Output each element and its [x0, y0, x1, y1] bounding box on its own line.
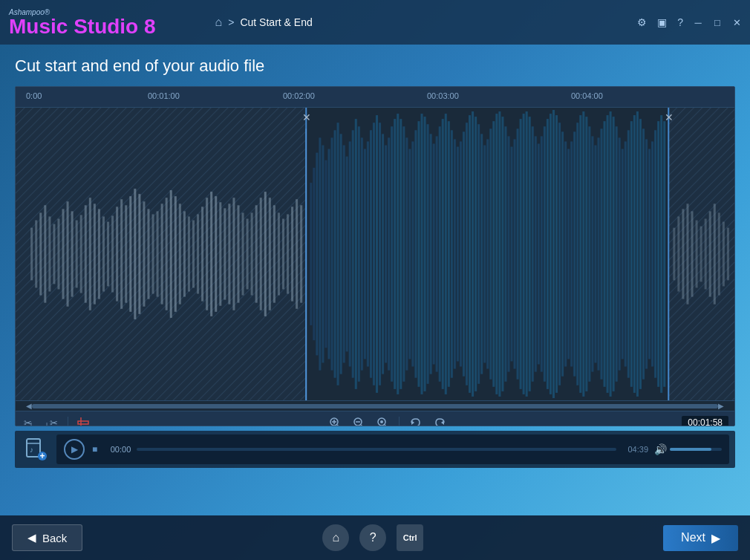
home-icon[interactable]: ⌂ [215, 16, 223, 29]
waveform-svg: ✕ ✕ [16, 108, 734, 400]
help-icon[interactable]: ? [674, 15, 686, 30]
svg-rect-61 [282, 219, 284, 290]
svg-text:♪: ♪ [30, 446, 33, 454]
svg-rect-143 [541, 136, 543, 371]
svg-rect-167 [613, 117, 615, 391]
stop-button[interactable]: ■ [91, 444, 99, 455]
page-title: Cut start and end of your audio file [15, 56, 735, 76]
help-button[interactable]: ? [359, 524, 386, 551]
svg-rect-65 [300, 205, 302, 302]
monitor-icon[interactable]: ▣ [654, 15, 670, 30]
svg-rect-151 [564, 141, 567, 366]
svg-rect-179 [648, 149, 650, 359]
waveform-toolbar: ✂ | | ✂ [16, 411, 734, 426]
volume-icon[interactable]: 🔊 [654, 443, 667, 455]
svg-rect-50 [232, 198, 235, 310]
svg-rect-158 [585, 117, 587, 391]
svg-rect-97 [402, 126, 405, 381]
svg-rect-168 [616, 126, 618, 381]
svg-rect-121 [475, 117, 477, 391]
home-button[interactable]: ⌂ [322, 524, 349, 551]
svg-rect-115 [457, 147, 459, 362]
zoom-fit-button[interactable] [374, 414, 391, 426]
svg-marker-219 [411, 420, 414, 425]
time-display: 00:01:58 [682, 416, 728, 426]
svg-rect-105 [427, 124, 429, 384]
svg-rect-73 [331, 137, 333, 370]
svg-rect-18 [89, 198, 91, 310]
waveform-display[interactable]: ✕ ✕ [16, 108, 734, 400]
svg-rect-188 [686, 204, 688, 304]
ctrl-button[interactable]: Ctrl [397, 524, 423, 551]
svg-rect-102 [417, 121, 420, 387]
play-button[interactable]: ▶ [64, 439, 85, 460]
svg-rect-19 [94, 204, 96, 304]
svg-rect-110 [442, 119, 444, 389]
cut-end-button[interactable]: | ✂ [44, 414, 62, 426]
volume-fill [670, 448, 711, 451]
svg-rect-119 [469, 115, 471, 393]
redo-button[interactable] [431, 414, 449, 426]
svg-rect-170 [622, 149, 624, 359]
svg-rect-140 [532, 126, 534, 381]
svg-rect-146 [550, 114, 552, 394]
svg-rect-149 [558, 123, 561, 385]
zoom-out-button[interactable] [350, 414, 368, 426]
bottom-bar: ◀ Back ⌂ ? Ctrl Next ▶ [0, 515, 750, 560]
svg-text:+: + [40, 451, 45, 461]
cut-start-button[interactable]: ✂ | [22, 414, 39, 426]
svg-rect-160 [591, 136, 593, 371]
svg-rect-114 [454, 139, 456, 368]
svg-rect-144 [544, 126, 546, 381]
svg-rect-181 [654, 130, 656, 377]
settings-icon[interactable]: ⚙ [634, 15, 650, 30]
maximize-button[interactable]: □ [710, 15, 725, 30]
svg-rect-16 [80, 215, 82, 293]
svg-rect-184 [663, 121, 665, 387]
svg-rect-133 [511, 147, 513, 362]
undo-button[interactable] [407, 414, 425, 426]
svg-rect-125 [486, 139, 489, 368]
scroll-left-icon[interactable]: ◀ [26, 402, 32, 410]
svg-rect-122 [477, 124, 480, 384]
svg-rect-137 [523, 114, 525, 394]
scroll-right-icon[interactable]: ▶ [718, 402, 724, 410]
svg-rect-95 [397, 114, 399, 394]
zoom-in-button[interactable] [326, 414, 344, 426]
close-button[interactable]: ✕ [729, 15, 744, 30]
timeline-mark-2: 00:02:00 [283, 91, 315, 100]
svg-rect-27 [129, 196, 131, 312]
cut-start-icon: ✂ | [24, 416, 37, 426]
svg-rect-77 [343, 146, 345, 363]
svg-rect-82 [358, 126, 360, 381]
svg-rect-221 [27, 439, 40, 457]
svg-rect-93 [391, 126, 393, 381]
file-icon-button[interactable]: ♪ + [21, 434, 50, 464]
svg-rect-64 [296, 199, 298, 308]
svg-rect-182 [657, 121, 659, 387]
svg-rect-127 [492, 121, 495, 387]
minimize-button[interactable]: ─ [691, 15, 705, 30]
svg-rect-40 [188, 216, 190, 291]
svg-rect-58 [269, 198, 271, 310]
progress-bar[interactable] [137, 448, 616, 451]
svg-rect-117 [463, 131, 465, 376]
svg-rect-53 [247, 219, 249, 290]
waveform-container[interactable]: 0:00 00:01:00 00:02:00 00:03:00 00:04:00 [15, 86, 735, 426]
scrollbar-track[interactable] [32, 404, 718, 408]
svg-rect-68 [316, 153, 318, 356]
scrollbar-thumb[interactable] [32, 404, 718, 408]
current-time: 00:00 [105, 445, 131, 454]
svg-rect-166 [610, 111, 612, 397]
svg-rect-107 [433, 143, 435, 364]
trim-button[interactable] [74, 414, 92, 426]
back-button[interactable]: ◀ Back [12, 524, 82, 551]
toolbar-separator-2 [399, 417, 400, 426]
waveform-scrollbar[interactable]: ◀ ▶ [16, 400, 734, 411]
svg-rect-75 [337, 123, 339, 385]
svg-text:✂: ✂ [50, 417, 58, 426]
svg-rect-44 [206, 198, 208, 310]
svg-rect-177 [642, 128, 645, 379]
volume-slider[interactable] [670, 448, 722, 451]
next-button[interactable]: Next ▶ [663, 525, 738, 551]
